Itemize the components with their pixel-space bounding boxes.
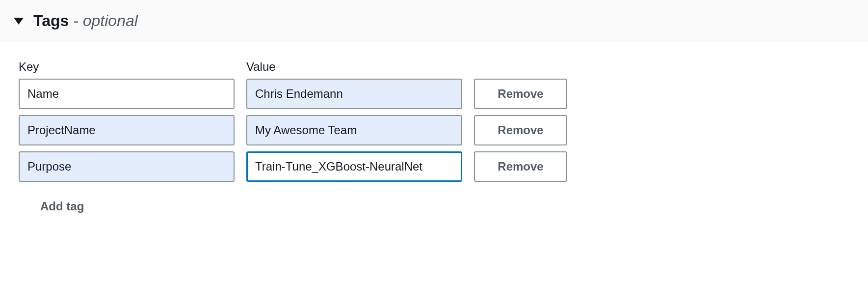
tag-rows: RemoveRemoveRemove xyxy=(19,79,849,182)
collapse-caret-icon[interactable] xyxy=(14,18,24,25)
section-title-wrapper: Tags - optional xyxy=(33,12,138,30)
section-title: Tags xyxy=(33,12,69,29)
tag-row: Remove xyxy=(19,151,849,182)
section-optional-label: - optional xyxy=(69,12,138,29)
tag-key-input[interactable] xyxy=(19,79,235,109)
tag-value-input[interactable] xyxy=(246,79,462,109)
tag-value-input[interactable] xyxy=(246,115,462,145)
remove-button[interactable]: Remove xyxy=(474,151,567,182)
remove-button[interactable]: Remove xyxy=(474,115,567,145)
tag-row: Remove xyxy=(19,79,849,109)
tag-key-input[interactable] xyxy=(19,151,235,182)
tags-section-header: Tags - optional xyxy=(0,0,868,42)
tag-value-input[interactable] xyxy=(246,151,462,182)
remove-button[interactable]: Remove xyxy=(474,79,567,109)
tag-row: Remove xyxy=(19,115,849,145)
value-column-label: Value xyxy=(246,60,462,74)
columns-header: Key Value xyxy=(19,60,849,74)
key-column-label: Key xyxy=(19,60,235,74)
tags-content: Key Value RemoveRemoveRemove Add tag xyxy=(0,42,868,233)
add-tag-button[interactable]: Add tag xyxy=(40,200,84,213)
tag-key-input[interactable] xyxy=(19,115,235,145)
